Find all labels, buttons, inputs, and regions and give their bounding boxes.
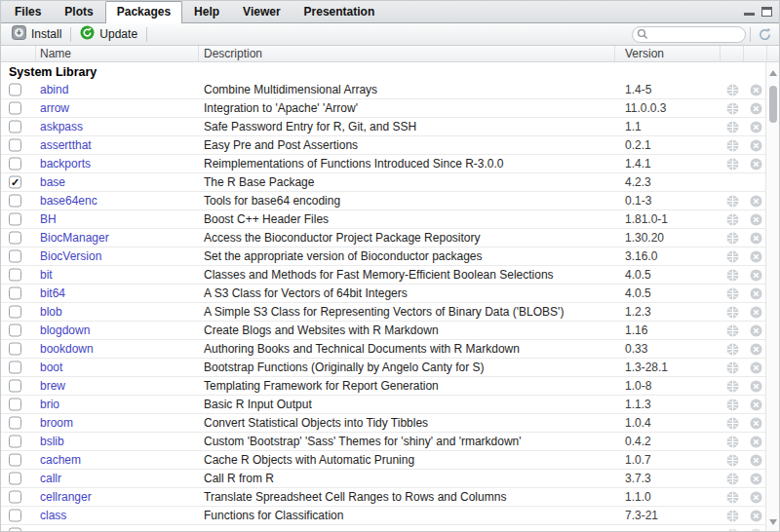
remove-icon[interactable] xyxy=(750,361,762,374)
globe-icon[interactable] xyxy=(726,158,739,171)
package-name-link[interactable]: base xyxy=(40,175,65,189)
package-name-link[interactable]: cellranger xyxy=(40,490,92,504)
package-checkbox[interactable] xyxy=(9,473,21,485)
globe-icon[interactable] xyxy=(726,269,739,282)
package-checkbox[interactable] xyxy=(9,102,21,115)
package-checkbox[interactable] xyxy=(9,399,21,411)
package-checkbox[interactable] xyxy=(9,491,21,504)
remove-icon[interactable] xyxy=(750,306,762,319)
install-button[interactable]: Install xyxy=(6,24,67,44)
package-checkbox[interactable] xyxy=(9,139,21,152)
package-checkbox[interactable] xyxy=(9,343,21,356)
package-checkbox[interactable] xyxy=(9,306,21,319)
search-input[interactable] xyxy=(648,28,736,40)
remove-icon[interactable] xyxy=(750,84,762,96)
remove-icon[interactable] xyxy=(750,269,762,282)
globe-icon[interactable] xyxy=(726,213,739,226)
tab-help[interactable]: Help xyxy=(182,1,231,22)
package-checkbox[interactable] xyxy=(9,213,21,226)
package-name-link[interactable]: bit64 xyxy=(40,286,65,300)
remove-icon[interactable] xyxy=(750,343,762,356)
package-checkbox[interactable] xyxy=(9,84,21,96)
package-name-link[interactable]: BH xyxy=(40,212,57,226)
package-checkbox[interactable] xyxy=(9,436,21,448)
globe-icon[interactable] xyxy=(726,417,739,430)
package-name-link[interactable]: class xyxy=(40,509,66,522)
scrollbar-thumb[interactable] xyxy=(769,86,777,123)
package-checkbox[interactable] xyxy=(9,158,21,171)
remove-icon[interactable] xyxy=(750,510,762,522)
package-checkbox[interactable] xyxy=(9,417,21,430)
globe-icon[interactable] xyxy=(726,361,739,374)
remove-icon[interactable] xyxy=(750,417,762,430)
remove-icon[interactable] xyxy=(750,121,762,133)
package-name-link[interactable]: cachem xyxy=(40,453,81,467)
globe-icon[interactable] xyxy=(726,399,739,411)
globe-icon[interactable] xyxy=(726,195,739,208)
remove-icon[interactable] xyxy=(750,195,762,208)
remove-icon[interactable] xyxy=(750,399,762,411)
globe-icon[interactable] xyxy=(726,306,739,319)
package-name-link[interactable]: arrow xyxy=(40,101,69,115)
remove-icon[interactable] xyxy=(750,454,762,467)
globe-icon[interactable] xyxy=(726,473,739,485)
remove-icon[interactable] xyxy=(750,232,762,245)
remove-icon[interactable] xyxy=(750,213,762,226)
globe-icon[interactable] xyxy=(726,139,739,152)
package-name-link[interactable]: brew xyxy=(40,379,65,393)
remove-icon[interactable] xyxy=(750,287,762,300)
globe-icon[interactable] xyxy=(726,250,739,263)
globe-icon[interactable] xyxy=(726,510,739,522)
globe-icon[interactable] xyxy=(726,436,739,448)
refresh-button[interactable] xyxy=(755,24,774,44)
scroll-down-icon[interactable] xyxy=(769,519,777,525)
remove-icon[interactable] xyxy=(750,380,762,393)
package-name-link[interactable]: boot xyxy=(40,361,62,374)
package-name-link[interactable]: blob xyxy=(40,305,62,319)
package-name-link[interactable]: BiocManager xyxy=(40,231,109,245)
globe-icon[interactable] xyxy=(726,102,739,115)
tab-packages[interactable]: Packages xyxy=(105,1,182,23)
package-name-link[interactable]: base64enc xyxy=(40,194,98,208)
globe-icon[interactable] xyxy=(726,121,739,133)
package-checkbox[interactable] xyxy=(9,195,21,208)
tab-files[interactable]: Files xyxy=(3,1,53,22)
package-name-link[interactable]: backports xyxy=(40,157,91,171)
remove-icon[interactable] xyxy=(750,102,762,115)
maximize-icon[interactable] xyxy=(761,7,772,17)
globe-icon[interactable] xyxy=(726,287,739,300)
package-checkbox[interactable] xyxy=(9,250,21,263)
description-column-header[interactable]: Description xyxy=(199,46,615,61)
globe-icon[interactable] xyxy=(726,491,739,504)
package-name-link[interactable]: blogdown xyxy=(40,323,90,337)
globe-icon[interactable] xyxy=(726,454,739,467)
update-button[interactable]: Update xyxy=(74,24,143,44)
version-column-header[interactable]: Version xyxy=(615,46,721,61)
tab-viewer[interactable]: Viewer xyxy=(231,1,292,22)
package-name-link[interactable]: callr xyxy=(40,472,61,485)
package-checkbox[interactable] xyxy=(9,324,21,337)
scroll-up-icon[interactable] xyxy=(769,70,777,76)
remove-icon[interactable] xyxy=(750,436,762,448)
minimize-icon[interactable] xyxy=(744,13,755,16)
remove-icon[interactable] xyxy=(750,158,762,171)
package-name-link[interactable]: brio xyxy=(40,398,59,411)
remove-icon[interactable] xyxy=(750,324,762,337)
package-checkbox[interactable] xyxy=(9,287,21,300)
package-checkbox[interactable] xyxy=(9,380,21,393)
package-checkbox[interactable] xyxy=(9,454,21,467)
remove-icon[interactable] xyxy=(750,528,762,532)
remove-icon[interactable] xyxy=(750,491,762,504)
package-name-link[interactable]: BiocVersion xyxy=(40,249,101,263)
package-checkbox[interactable] xyxy=(9,528,21,532)
vertical-scrollbar[interactable] xyxy=(765,62,779,531)
package-name-link[interactable]: assertthat xyxy=(40,138,92,152)
globe-icon[interactable] xyxy=(726,232,739,245)
tab-presentation[interactable]: Presentation xyxy=(292,1,387,22)
package-name-link[interactable]: abind xyxy=(40,83,68,96)
remove-icon[interactable] xyxy=(750,139,762,152)
package-name-link[interactable]: askpass xyxy=(40,120,83,133)
globe-icon[interactable] xyxy=(726,528,739,532)
package-name-link[interactable]: bit xyxy=(40,268,53,282)
globe-icon[interactable] xyxy=(726,343,739,356)
